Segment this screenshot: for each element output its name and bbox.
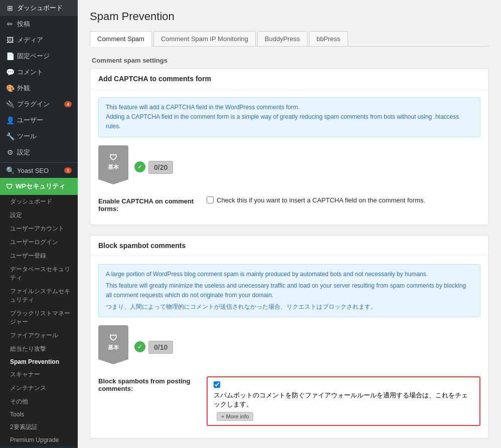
badge-score-container: ✓ 0/20 bbox=[134, 156, 173, 174]
badge-basic: 🛡 基本 bbox=[98, 145, 128, 184]
submenu-item-brute[interactable]: 総当たり攻撃 bbox=[0, 342, 78, 356]
sidebar-item-settings[interactable]: ⚙ 設定 bbox=[0, 144, 78, 160]
wp-security-menu: ダッシュボード 設定 ユーザーアカウント ユーザーログイン ユーザー登録 データ… bbox=[0, 195, 78, 446]
block-spambots-highlight: スパムボットのコメントを防ぐファイアウォールルールを適用する場合は、これをチェッ… bbox=[207, 376, 480, 426]
sidebar-item-label: Yoast SEO bbox=[17, 167, 49, 174]
submenu-item-filesystem[interactable]: ファイルシステムセキュリティ bbox=[0, 285, 78, 307]
enable-captcha-control: Check this if you want to insert a CAPTC… bbox=[207, 196, 480, 204]
spambot-badge-basic: 🛡 基本 bbox=[98, 325, 128, 364]
sidebar-item-dashboard[interactable]: ⊞ ダッシュボード bbox=[0, 0, 78, 16]
media-icon: 🖼 bbox=[6, 36, 14, 44]
submenu-item-maintenance[interactable]: メンテナンス bbox=[0, 381, 78, 395]
dashboard-icon: ⊞ bbox=[6, 4, 14, 12]
spambot-badge-basic-icon: 🛡 bbox=[109, 334, 117, 343]
score-check-icon: ✓ bbox=[134, 161, 145, 172]
badge-basic-icon: 🛡 bbox=[109, 153, 117, 162]
captcha-level-badges: 🛡 基本 ✓ 0/20 bbox=[98, 145, 480, 184]
page-title: Spam Prevention bbox=[90, 10, 489, 23]
sidebar-item-label: 投稿 bbox=[17, 20, 30, 29]
captcha-info-line2: Adding a CAPTCHA field in the comment fo… bbox=[106, 112, 473, 131]
spambot-info-line3: つまり、人間によって物理的にコメントが送信されなかった場合、リクエストはブロック… bbox=[106, 302, 473, 312]
sidebar-item-label: 外観 bbox=[17, 84, 30, 93]
submenu-item-settings[interactable]: 設定 bbox=[0, 208, 78, 222]
tab-ip-monitoring[interactable]: Comment Spam IP Monitoring bbox=[153, 31, 256, 46]
enable-captcha-checkbox-row: Check this if you want to insert a CAPTC… bbox=[207, 196, 480, 204]
spambot-info-box: A large portion of WordPress blog commen… bbox=[98, 264, 480, 318]
spambot-level-badges: 🛡 基本 ✓ 0/10 bbox=[98, 325, 480, 364]
plugins-icon: 🔌 bbox=[6, 100, 14, 108]
settings-icon: ⚙ bbox=[6, 148, 14, 156]
comment-spam-section-label: Comment spam settings bbox=[90, 57, 489, 64]
sidebar-item-comments[interactable]: 💬 コメント bbox=[0, 64, 78, 80]
block-spambots-checkbox-label: スパムボットのコメントを防ぐファイアウォールルールを適用する場合は、これをチェッ… bbox=[214, 391, 473, 409]
yoast-icon: 🔍 bbox=[6, 166, 14, 174]
submenu-item-blacklist[interactable]: ブラックリストマネージャー bbox=[0, 307, 78, 329]
submenu-item-spam[interactable]: Spam Prevention bbox=[0, 356, 78, 368]
spambot-card-header: Block spambot comments bbox=[90, 236, 488, 256]
badge-basic-label: 基本 bbox=[108, 163, 119, 171]
submenu-item-user-login[interactable]: ユーザーログイン bbox=[0, 236, 78, 249]
yoast-badge: 1 bbox=[64, 167, 72, 173]
sidebar: ⊞ ダッシュボード ✏ 投稿 🖼 メディア 📄 固定ページ 💬 コメント 🎨 外… bbox=[0, 0, 78, 448]
captcha-card-body: This feature will add a CAPTCHA field in… bbox=[90, 89, 488, 225]
sidebar-item-appearance[interactable]: 🎨 外観 bbox=[0, 80, 78, 96]
users-icon: 👤 bbox=[6, 116, 14, 124]
sidebar-item-label: コメント bbox=[17, 68, 43, 77]
captcha-card: Add CAPTCHA to comments form This featur… bbox=[90, 68, 489, 225]
wp-security-header[interactable]: 🛡 WPセキュリティ bbox=[0, 178, 78, 195]
submenu-item-misc[interactable]: その他 bbox=[0, 395, 78, 408]
submenu-item-scanner[interactable]: スキャナー bbox=[0, 368, 78, 381]
tools-icon: 🔧 bbox=[6, 132, 14, 140]
tab-comment-spam[interactable]: Comment Spam bbox=[90, 31, 152, 47]
spambot-more-info-button[interactable]: + More info bbox=[217, 412, 253, 421]
spambot-badge-basic-label: 基本 bbox=[108, 344, 119, 351]
spambot-info-line2: This feature will greatly minimize the u… bbox=[106, 281, 473, 300]
appearance-icon: 🎨 bbox=[6, 84, 14, 92]
sidebar-item-posts[interactable]: ✏ 投稿 bbox=[0, 16, 78, 32]
submenu-item-tools[interactable]: Tools bbox=[0, 408, 78, 420]
enable-captcha-row: Enable CAPTCHA on comment forms: Check t… bbox=[98, 192, 480, 216]
block-spambots-label: Block spambots from posting comments: bbox=[98, 376, 199, 392]
sidebar-item-media[interactable]: 🖼 メディア bbox=[0, 32, 78, 48]
wp-security-label: WPセキュリティ bbox=[16, 182, 65, 191]
tab-buddypress[interactable]: BuddyPress bbox=[257, 31, 307, 46]
spambot-score-icon: ✓ bbox=[134, 341, 145, 352]
submenu-item-premium[interactable]: Premium Upgrade bbox=[0, 434, 78, 446]
submenu-item-2fa[interactable]: 2要素認証 bbox=[0, 420, 78, 434]
badge-basic-ribbon: 🛡 基本 bbox=[98, 145, 128, 179]
plugins-badge: 4 bbox=[64, 101, 72, 107]
spambot-card: Block spambot comments A large portion o… bbox=[90, 235, 489, 439]
comments-icon: 💬 bbox=[6, 68, 14, 76]
wp-security-icon: 🛡 bbox=[6, 183, 13, 190]
submenu-item-firewall[interactable]: ファイアウォール bbox=[0, 329, 78, 342]
sidebar-item-label: 設定 bbox=[17, 148, 30, 157]
sidebar-item-label: ダッシュボード bbox=[17, 4, 63, 13]
block-spambots-checkbox[interactable] bbox=[214, 381, 220, 388]
captcha-card-header: Add CAPTCHA to comments form bbox=[90, 69, 488, 89]
submenu-item-user-account[interactable]: ユーザーアカウント bbox=[0, 222, 78, 236]
main-content: Spam Prevention Comment Spam Comment Spa… bbox=[78, 0, 501, 448]
posts-icon: ✏ bbox=[6, 20, 14, 28]
pages-icon: 📄 bbox=[6, 52, 14, 60]
sidebar-item-label: プラグイン bbox=[17, 100, 50, 109]
submenu-item-db-security[interactable]: データベースセキュリティ bbox=[0, 263, 78, 285]
block-spambots-row: Block spambots from posting comments: スパ… bbox=[98, 372, 480, 430]
sidebar-item-tools[interactable]: 🔧 ツール bbox=[0, 128, 78, 144]
enable-captcha-checkbox-label: Check this if you want to insert a CAPTC… bbox=[217, 196, 425, 204]
block-spambots-control: スパムボットのコメントを防ぐファイアウォールルールを適用する場合は、これをチェッ… bbox=[207, 376, 480, 426]
spambot-score: 0/10 bbox=[148, 341, 173, 354]
sidebar-item-yoast[interactable]: 🔍 Yoast SEO 1 bbox=[0, 162, 78, 178]
sidebar-item-plugins[interactable]: 🔌 プラグイン 4 bbox=[0, 96, 78, 112]
submenu-item-user-register[interactable]: ユーザー登録 bbox=[0, 249, 78, 263]
captcha-info-line1: This feature will add a CAPTCHA field in… bbox=[106, 103, 473, 112]
tab-bbpress[interactable]: bbPress bbox=[309, 31, 348, 46]
spambot-info-line1: A large portion of WordPress blog commen… bbox=[106, 270, 473, 279]
sidebar-item-users[interactable]: 👤 ユーザー bbox=[0, 112, 78, 128]
submenu-item-dashboard[interactable]: ダッシュボード bbox=[0, 195, 78, 208]
sidebar-item-pages[interactable]: 📄 固定ページ bbox=[0, 48, 78, 64]
enable-captcha-checkbox[interactable] bbox=[207, 196, 214, 203]
spambot-score-container: ✓ 0/10 bbox=[134, 336, 173, 354]
sidebar-item-label: ユーザー bbox=[17, 116, 43, 125]
badge-score: 0/20 bbox=[148, 161, 173, 174]
captcha-info-box: This feature will add a CAPTCHA field in… bbox=[98, 97, 480, 137]
